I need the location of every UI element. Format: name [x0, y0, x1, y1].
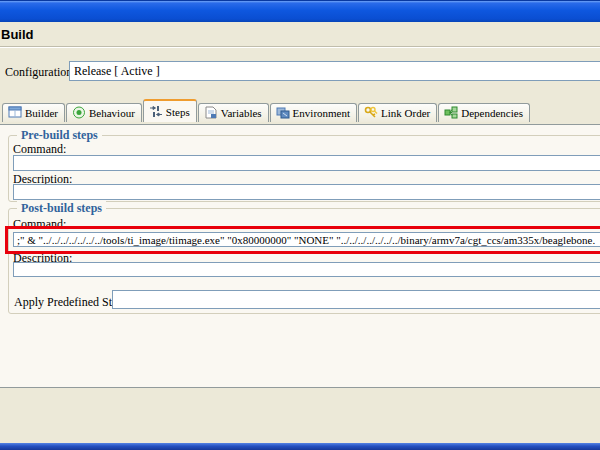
post-build-steps-title: Post-build steps	[17, 201, 106, 216]
variables-icon	[204, 106, 218, 119]
tab-builder[interactable]: Builder	[2, 103, 65, 122]
tab-label: Builder	[25, 107, 58, 119]
tab-label: Dependencies	[461, 107, 523, 119]
tab-bar: Builder Behaviour Steps Variables Enviro…	[2, 103, 600, 125]
window-titlebar[interactable]	[0, 0, 600, 22]
tab-steps[interactable]: Steps	[143, 99, 197, 122]
tab-dependencies[interactable]: Dependencies	[438, 103, 530, 122]
post-build-command-input[interactable]	[13, 232, 600, 247]
steps-tab-panel: Pre-build steps Command: Description: Po…	[0, 124, 600, 388]
tab-label: Behaviour	[89, 107, 135, 119]
pre-build-steps-title: Pre-build steps	[17, 128, 102, 143]
tab-variables[interactable]: Variables	[198, 103, 269, 122]
tab-label: Steps	[166, 106, 190, 118]
apply-predefined-step-dropdown[interactable]	[112, 290, 600, 309]
steps-icon	[149, 105, 163, 118]
pre-build-description-input[interactable]	[13, 184, 600, 200]
configuration-row: Configuration: Release [ Active ]	[5, 61, 600, 83]
build-dialog: Build Configuration: Release [ Active ] …	[0, 22, 600, 443]
tab-link-order[interactable]: Link Order	[358, 103, 437, 122]
behaviour-icon	[72, 106, 86, 119]
tab-behaviour[interactable]: Behaviour	[66, 103, 142, 122]
tab-label: Link Order	[381, 107, 430, 119]
builder-icon	[8, 106, 22, 119]
tab-environment[interactable]: Environment	[270, 103, 357, 122]
pre-build-steps-group: Pre-build steps Command: Description:	[8, 135, 600, 202]
apply-predefined-step-label: Apply Predefined Step:	[14, 295, 127, 310]
dependencies-icon	[444, 106, 458, 119]
page-title: Build	[1, 27, 34, 42]
link-order-icon	[364, 106, 378, 119]
post-build-description-input[interactable]	[13, 262, 600, 277]
tab-label: Variables	[221, 107, 262, 119]
build-properties-window: Build Configuration: Release [ Active ] …	[0, 0, 600, 450]
post-build-command-label: Command:	[13, 217, 66, 232]
pre-build-command-input[interactable]	[13, 155, 600, 171]
environment-icon	[276, 106, 290, 119]
window-bottom-border	[0, 443, 600, 450]
post-build-steps-group: Post-build steps Command: Description: A…	[8, 208, 600, 314]
tab-label: Environment	[293, 107, 350, 119]
configuration-dropdown[interactable]: Release [ Active ]	[69, 61, 600, 81]
configuration-label: Configuration:	[5, 65, 76, 80]
heading-separator	[0, 46, 600, 48]
